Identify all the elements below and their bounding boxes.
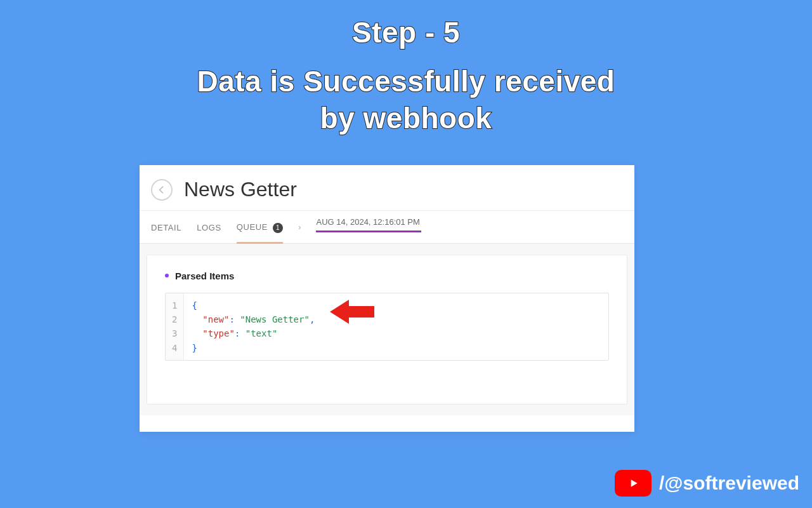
tab-logs[interactable]: LOGS — [197, 211, 221, 243]
code-brace: { — [192, 300, 197, 311]
subtitle-line2: by webhook — [0, 100, 812, 137]
svg-marker-1 — [631, 479, 638, 487]
code-key: "new" — [202, 314, 229, 324]
code-block: 1 2 3 4 { "new": "News Getter", "type": … — [165, 293, 609, 361]
chevron-right-icon: › — [298, 222, 301, 232]
code-value: "text" — [246, 328, 278, 338]
breadcrumb-timestamp[interactable]: AUG 14, 2024, 12:16:01 PM — [316, 217, 419, 237]
bullet-icon — [165, 274, 169, 277]
youtube-handle: /@softreviewed — [659, 472, 799, 494]
youtube-icon — [615, 470, 652, 497]
tabs: DETAIL LOGS QUEUE 1 › AUG 14, 2024, 12:1… — [140, 211, 634, 244]
back-button[interactable] — [151, 179, 173, 201]
line-number: 1 — [172, 298, 177, 312]
step-title: Step - 5 — [0, 15, 812, 50]
header-bar: News Getter — [140, 165, 634, 211]
line-number: 4 — [172, 341, 177, 355]
tab-queue[interactable]: QUEUE 1 — [237, 211, 283, 243]
step-subtitle: Data is Successfully received by webhook — [0, 64, 812, 137]
code-comma: , — [310, 314, 315, 324]
code-value: "News Getter" — [240, 314, 310, 324]
red-arrow-annotation — [330, 297, 374, 326]
app-window: News Getter DETAIL LOGS QUEUE 1 › AUG 14… — [140, 165, 634, 432]
code-brace: } — [192, 343, 197, 353]
section-header: Parsed Items — [165, 271, 609, 281]
youtube-watermark: /@softreviewed — [615, 470, 799, 497]
line-gutter: 1 2 3 4 — [166, 293, 184, 361]
queue-count-badge: 1 — [273, 223, 283, 233]
tab-detail[interactable]: DETAIL — [151, 211, 181, 243]
code-key: "type" — [202, 328, 235, 338]
parsed-items-card: Parsed Items 1 2 3 4 { "new": "News Gett… — [147, 255, 627, 404]
body-area: Parsed Items 1 2 3 4 { "new": "News Gett… — [140, 244, 634, 415]
svg-marker-0 — [330, 300, 374, 324]
code-content: { "new": "News Getter", "type": "text" } — [184, 293, 322, 361]
tab-queue-label: QUEUE — [237, 222, 268, 232]
section-header-text: Parsed Items — [175, 271, 234, 281]
line-number: 2 — [172, 312, 177, 326]
arrow-left-icon — [157, 185, 167, 195]
page-title: News Getter — [184, 178, 297, 201]
subtitle-line1: Data is Successfully received — [0, 64, 812, 100]
line-number: 3 — [172, 326, 177, 340]
